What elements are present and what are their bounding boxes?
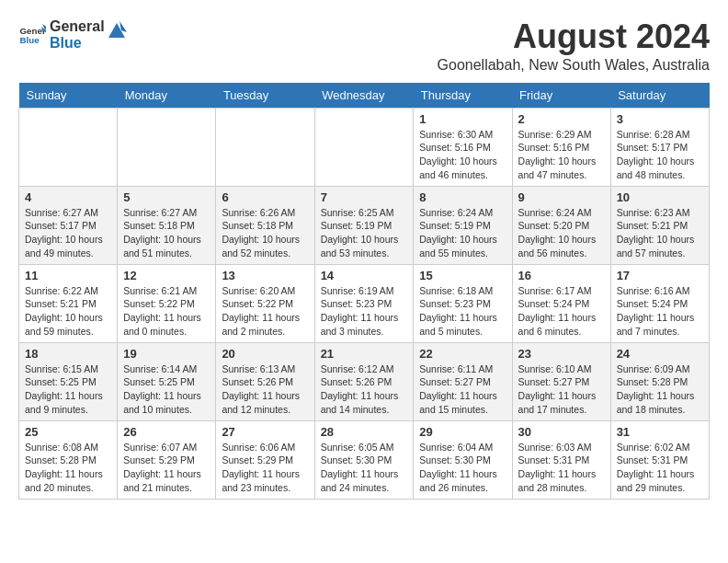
calendar-cell: 6Sunrise: 6:26 AMSunset: 5:18 PMDaylight… bbox=[216, 186, 314, 264]
calendar-cell: 13Sunrise: 6:20 AMSunset: 5:22 PMDayligh… bbox=[216, 264, 314, 342]
weekday-header-tuesday: Tuesday bbox=[216, 83, 314, 109]
logo-blue: Blue bbox=[50, 35, 105, 52]
day-content: Sunrise: 6:12 AMSunset: 5:26 PMDaylight:… bbox=[321, 362, 408, 417]
calendar-cell: 7Sunrise: 6:25 AMSunset: 5:19 PMDaylight… bbox=[314, 186, 414, 264]
day-number: 27 bbox=[222, 425, 308, 439]
day-content: Sunrise: 6:28 AMSunset: 5:17 PMDaylight:… bbox=[617, 128, 703, 182]
calendar-cell: 3Sunrise: 6:28 AMSunset: 5:17 PMDaylight… bbox=[610, 108, 709, 186]
day-number: 9 bbox=[518, 190, 605, 204]
week-row-5: 25Sunrise: 6:08 AMSunset: 5:28 PMDayligh… bbox=[19, 420, 710, 499]
day-content: Sunrise: 6:16 AMSunset: 5:24 PMDaylight:… bbox=[617, 284, 703, 339]
day-number: 20 bbox=[222, 347, 308, 361]
day-number: 12 bbox=[123, 269, 210, 282]
location-subtitle: Goonellabah, New South Wales, Australia bbox=[438, 57, 710, 74]
day-content: Sunrise: 6:13 AMSunset: 5:26 PMDaylight:… bbox=[222, 362, 308, 417]
calendar-cell: 28Sunrise: 6:05 AMSunset: 5:30 PMDayligh… bbox=[314, 420, 414, 499]
day-content: Sunrise: 6:24 AMSunset: 5:20 PMDaylight:… bbox=[518, 206, 605, 260]
day-number: 26 bbox=[123, 425, 210, 439]
calendar-cell: 23Sunrise: 6:10 AMSunset: 5:27 PMDayligh… bbox=[512, 342, 610, 420]
day-number: 28 bbox=[321, 425, 408, 439]
calendar-cell: 29Sunrise: 6:04 AMSunset: 5:30 PMDayligh… bbox=[414, 420, 512, 499]
logo-general: General bbox=[50, 18, 105, 35]
calendar-table: SundayMondayTuesdayWednesdayThursdayFrid… bbox=[18, 83, 710, 500]
day-content: Sunrise: 6:06 AMSunset: 5:29 PMDaylight:… bbox=[222, 441, 308, 495]
weekday-header-wednesday: Wednesday bbox=[314, 83, 414, 109]
calendar-cell: 15Sunrise: 6:18 AMSunset: 5:23 PMDayligh… bbox=[414, 264, 512, 342]
calendar-cell: 14Sunrise: 6:19 AMSunset: 5:23 PMDayligh… bbox=[314, 264, 414, 342]
day-number: 1 bbox=[419, 112, 506, 126]
day-content: Sunrise: 6:04 AMSunset: 5:30 PMDaylight:… bbox=[419, 441, 506, 495]
day-content: Sunrise: 6:14 AMSunset: 5:25 PMDaylight:… bbox=[123, 362, 210, 417]
week-row-1: 1Sunrise: 6:30 AMSunset: 5:16 PMDaylight… bbox=[19, 108, 710, 186]
title-section: August 2024 Goonellabah, New South Wales… bbox=[438, 18, 710, 74]
day-content: Sunrise: 6:29 AMSunset: 5:16 PMDaylight:… bbox=[518, 128, 605, 182]
weekday-header-saturday: Saturday bbox=[610, 83, 709, 109]
day-content: Sunrise: 6:03 AMSunset: 5:31 PMDaylight:… bbox=[518, 441, 605, 495]
day-content: Sunrise: 6:11 AMSunset: 5:27 PMDaylight:… bbox=[419, 362, 506, 417]
svg-text:Blue: Blue bbox=[20, 35, 40, 45]
week-row-3: 11Sunrise: 6:22 AMSunset: 5:21 PMDayligh… bbox=[19, 264, 710, 342]
day-content: Sunrise: 6:21 AMSunset: 5:22 PMDaylight:… bbox=[123, 284, 210, 339]
day-content: Sunrise: 6:27 AMSunset: 5:17 PMDaylight:… bbox=[25, 206, 111, 260]
day-number: 24 bbox=[617, 347, 703, 361]
day-number: 5 bbox=[123, 190, 210, 204]
weekday-header-row: SundayMondayTuesdayWednesdayThursdayFrid… bbox=[19, 83, 710, 109]
day-number: 4 bbox=[25, 190, 111, 204]
calendar-cell: 25Sunrise: 6:08 AMSunset: 5:28 PMDayligh… bbox=[19, 420, 118, 499]
weekday-header-friday: Friday bbox=[512, 83, 610, 109]
day-content: Sunrise: 6:27 AMSunset: 5:18 PMDaylight:… bbox=[123, 206, 210, 260]
calendar-cell: 20Sunrise: 6:13 AMSunset: 5:26 PMDayligh… bbox=[216, 342, 314, 420]
calendar-cell: 11Sunrise: 6:22 AMSunset: 5:21 PMDayligh… bbox=[19, 264, 118, 342]
day-content: Sunrise: 6:18 AMSunset: 5:23 PMDaylight:… bbox=[419, 284, 506, 339]
day-number: 15 bbox=[419, 269, 506, 282]
day-content: Sunrise: 6:26 AMSunset: 5:18 PMDaylight:… bbox=[222, 206, 308, 260]
calendar-cell: 5Sunrise: 6:27 AMSunset: 5:18 PMDaylight… bbox=[118, 186, 216, 264]
weekday-header-thursday: Thursday bbox=[414, 83, 512, 109]
calendar-cell: 9Sunrise: 6:24 AMSunset: 5:20 PMDaylight… bbox=[512, 186, 610, 264]
day-content: Sunrise: 6:19 AMSunset: 5:23 PMDaylight:… bbox=[321, 284, 408, 339]
calendar-cell: 8Sunrise: 6:24 AMSunset: 5:19 PMDaylight… bbox=[414, 186, 512, 264]
header: General Blue General Blue August 2024 Go… bbox=[18, 18, 710, 74]
day-content: Sunrise: 6:15 AMSunset: 5:25 PMDaylight:… bbox=[25, 362, 111, 417]
day-number: 8 bbox=[419, 190, 506, 204]
day-content: Sunrise: 6:17 AMSunset: 5:24 PMDaylight:… bbox=[518, 284, 605, 339]
day-number: 31 bbox=[617, 425, 703, 439]
calendar-cell: 26Sunrise: 6:07 AMSunset: 5:29 PMDayligh… bbox=[118, 420, 216, 499]
calendar-cell: 31Sunrise: 6:02 AMSunset: 5:31 PMDayligh… bbox=[610, 420, 709, 499]
weekday-header-monday: Monday bbox=[118, 83, 216, 109]
calendar-cell: 16Sunrise: 6:17 AMSunset: 5:24 PMDayligh… bbox=[512, 264, 610, 342]
day-content: Sunrise: 6:23 AMSunset: 5:21 PMDaylight:… bbox=[617, 206, 703, 260]
logo: General Blue General Blue bbox=[18, 18, 127, 51]
calendar-cell: 1Sunrise: 6:30 AMSunset: 5:16 PMDaylight… bbox=[414, 108, 512, 186]
calendar-cell bbox=[118, 108, 216, 186]
calendar-cell: 19Sunrise: 6:14 AMSunset: 5:25 PMDayligh… bbox=[118, 342, 216, 420]
day-number: 29 bbox=[419, 425, 506, 439]
calendar-cell: 24Sunrise: 6:09 AMSunset: 5:28 PMDayligh… bbox=[610, 342, 709, 420]
month-year-title: August 2024 bbox=[438, 18, 710, 55]
calendar-cell: 21Sunrise: 6:12 AMSunset: 5:26 PMDayligh… bbox=[314, 342, 414, 420]
day-content: Sunrise: 6:02 AMSunset: 5:31 PMDaylight:… bbox=[617, 441, 703, 495]
calendar-cell bbox=[19, 108, 118, 186]
calendar-cell: 30Sunrise: 6:03 AMSunset: 5:31 PMDayligh… bbox=[512, 420, 610, 499]
day-number: 2 bbox=[518, 112, 605, 126]
day-content: Sunrise: 6:24 AMSunset: 5:19 PMDaylight:… bbox=[419, 206, 506, 260]
day-number: 18 bbox=[25, 347, 111, 361]
calendar-cell: 17Sunrise: 6:16 AMSunset: 5:24 PMDayligh… bbox=[610, 264, 709, 342]
day-number: 16 bbox=[518, 269, 605, 282]
day-content: Sunrise: 6:10 AMSunset: 5:27 PMDaylight:… bbox=[518, 362, 605, 417]
day-number: 6 bbox=[222, 190, 308, 204]
week-row-2: 4Sunrise: 6:27 AMSunset: 5:17 PMDaylight… bbox=[19, 186, 710, 264]
day-content: Sunrise: 6:25 AMSunset: 5:19 PMDaylight:… bbox=[321, 206, 408, 260]
day-number: 19 bbox=[123, 347, 210, 361]
day-content: Sunrise: 6:30 AMSunset: 5:16 PMDaylight:… bbox=[419, 128, 506, 182]
day-content: Sunrise: 6:20 AMSunset: 5:22 PMDaylight:… bbox=[222, 284, 308, 339]
calendar-cell: 18Sunrise: 6:15 AMSunset: 5:25 PMDayligh… bbox=[19, 342, 118, 420]
day-number: 30 bbox=[518, 425, 605, 439]
calendar-cell bbox=[314, 108, 414, 186]
day-number: 25 bbox=[25, 425, 111, 439]
day-number: 17 bbox=[617, 269, 703, 282]
calendar-cell bbox=[216, 108, 314, 186]
day-number: 21 bbox=[321, 347, 408, 361]
day-number: 11 bbox=[25, 269, 111, 282]
calendar-cell: 12Sunrise: 6:21 AMSunset: 5:22 PMDayligh… bbox=[118, 264, 216, 342]
